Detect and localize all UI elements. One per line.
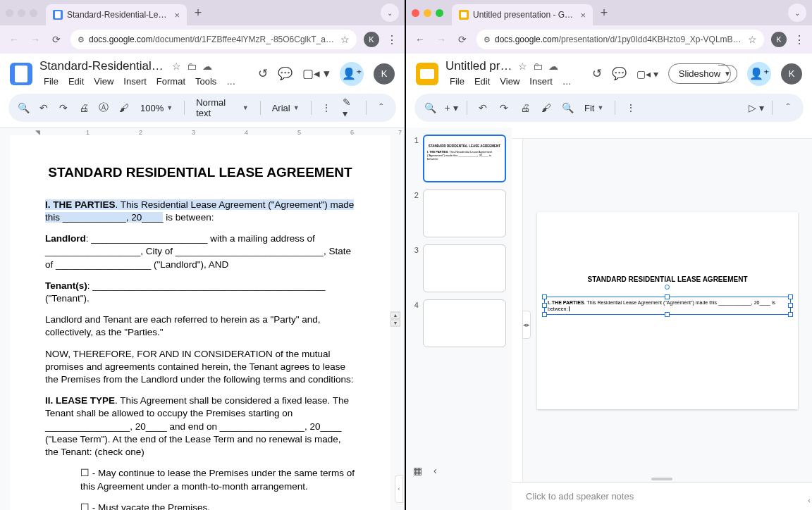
- reload-icon[interactable]: ⟳: [455, 34, 469, 45]
- rotate-handle[interactable]: [665, 285, 670, 290]
- side-panel-toggle[interactable]: ‹: [395, 475, 403, 503]
- menu-file[interactable]: File: [445, 75, 469, 88]
- traffic-close[interactable]: [6, 9, 13, 17]
- profile-avatar[interactable]: K: [364, 32, 379, 47]
- vertical-ruler[interactable]: [512, 139, 523, 482]
- browser-menu-icon[interactable]: ⋮: [794, 33, 805, 46]
- star-icon[interactable]: ☆: [172, 61, 181, 72]
- browser-menu-icon[interactable]: ⋮: [386, 33, 398, 46]
- meet-icon[interactable]: ▢◂ ▾: [636, 68, 658, 80]
- speaker-notes[interactable]: Click to add speaker notes: [512, 482, 812, 510]
- slide-canvas[interactable]: ◂▸ STANDARD RESIDENTIAL LEASE AGREEMENT …: [523, 139, 812, 482]
- slide-thumb-4[interactable]: [423, 299, 506, 347]
- browser-tab[interactable]: Standard-Residential-Lease- ×: [46, 4, 187, 25]
- redo-icon[interactable]: ↷: [496, 99, 512, 116]
- explore-collapse[interactable]: ◂▸: [522, 311, 531, 339]
- redo-icon[interactable]: ↷: [56, 99, 72, 116]
- presentation-title[interactable]: Untitled pres...: [445, 59, 512, 73]
- tabs-dropdown[interactable]: ⌄: [788, 4, 806, 22]
- resize-handle[interactable]: [665, 312, 670, 317]
- bookmark-icon[interactable]: ☆: [340, 34, 350, 45]
- menu-view[interactable]: View: [496, 75, 524, 88]
- share-button[interactable]: 👤⁺: [340, 62, 364, 86]
- paint-format-icon[interactable]: 🖌: [538, 99, 555, 116]
- resize-handle[interactable]: [788, 294, 793, 299]
- account-avatar[interactable]: K: [781, 63, 802, 85]
- menu-format[interactable]: Format: [152, 75, 190, 88]
- site-settings-icon[interactable]: ⚙: [484, 35, 491, 44]
- collapse-toolbar-icon[interactable]: ˆ: [373, 99, 389, 116]
- menu-more[interactable]: …: [558, 75, 576, 88]
- move-icon[interactable]: 🗀: [187, 61, 197, 72]
- zoom-fit-selector[interactable]: Fit▼: [580, 103, 608, 113]
- side-panel-toggle[interactable]: ‹: [808, 496, 811, 504]
- selected-text-box[interactable]: I. THE PARTIES. This Residential Lease A…: [544, 297, 791, 315]
- menu-tools[interactable]: Tools: [191, 75, 221, 88]
- slide-thumb-3[interactable]: [423, 244, 506, 292]
- print-icon[interactable]: 🖨: [517, 99, 534, 116]
- edit-mode-icon[interactable]: ✎ ▾: [343, 99, 359, 116]
- horizontal-ruler[interactable]: [512, 128, 812, 139]
- traffic-max[interactable]: [436, 9, 443, 17]
- horizontal-ruler[interactable]: ◥ 1 2 3 4 5 6 7: [0, 128, 405, 128]
- zoom-selector[interactable]: 100%▼: [136, 103, 177, 113]
- new-tab-button[interactable]: +: [190, 4, 207, 21]
- slide-title-text[interactable]: STANDARD RESIDENTIAL LEASE AGREEMENT: [551, 275, 784, 283]
- address-bar[interactable]: ⚙ docs.google.com/document/d/1FZBffee4lY…: [70, 30, 357, 49]
- address-bar[interactable]: ⚙ docs.google.com/presentation/d/1py0Idd…: [476, 30, 764, 49]
- forward-icon[interactable]: →: [434, 34, 448, 45]
- resize-handle[interactable]: [788, 303, 793, 308]
- share-button[interactable]: 👤⁺: [747, 62, 771, 86]
- menu-edit[interactable]: Edit: [470, 75, 494, 88]
- tab-up-icon[interactable]: ▲: [390, 311, 400, 318]
- back-icon[interactable]: ←: [413, 34, 427, 45]
- style-selector[interactable]: Normal text▼: [192, 97, 252, 118]
- traffic-min[interactable]: [424, 9, 431, 17]
- menu-insert[interactable]: Insert: [525, 75, 557, 88]
- search-icon[interactable]: 🔍: [16, 99, 32, 116]
- slide-thumb-2[interactable]: [423, 189, 506, 237]
- grid-view-icon[interactable]: ▦: [413, 465, 422, 476]
- spellcheck-icon[interactable]: Ⓐ: [96, 99, 112, 116]
- bookmark-icon[interactable]: ☆: [748, 34, 757, 45]
- star-icon[interactable]: ☆: [518, 61, 527, 72]
- print-icon[interactable]: 🖨: [76, 99, 92, 116]
- traffic-max[interactable]: [30, 9, 37, 17]
- notes-resize-handle[interactable]: [651, 478, 672, 480]
- reload-icon[interactable]: ⟳: [49, 34, 63, 45]
- forward-icon[interactable]: →: [28, 34, 42, 45]
- resize-handle[interactable]: [788, 312, 793, 317]
- more-tools-icon[interactable]: ⋮: [622, 99, 639, 116]
- history-icon[interactable]: ↺: [592, 66, 602, 81]
- docs-logo-icon[interactable]: [10, 63, 32, 85]
- cloud-icon[interactable]: ☁: [548, 61, 558, 72]
- site-settings-icon[interactable]: ⚙: [78, 35, 85, 44]
- menu-view[interactable]: View: [90, 75, 118, 88]
- resize-handle[interactable]: [665, 294, 670, 299]
- undo-icon[interactable]: ↶: [36, 99, 52, 116]
- traffic-close[interactable]: [412, 9, 419, 17]
- document-page[interactable]: STANDARD RESIDENTIAL LEASE AGREEMENT I. …: [10, 135, 390, 510]
- resize-handle[interactable]: [542, 312, 547, 317]
- search-icon[interactable]: 🔍: [422, 99, 438, 116]
- resize-handle[interactable]: [542, 303, 547, 308]
- menu-more[interactable]: …: [222, 75, 240, 88]
- menu-file[interactable]: File: [39, 75, 63, 88]
- history-icon[interactable]: ↺: [258, 66, 268, 81]
- traffic-min[interactable]: [18, 9, 25, 17]
- paint-format-icon[interactable]: 🖌: [116, 99, 133, 116]
- browser-tab[interactable]: Untitled presentation - Googl ×: [452, 4, 593, 25]
- document-title[interactable]: Standard-Residential-Lease-A...: [39, 59, 166, 73]
- close-icon[interactable]: ×: [174, 10, 180, 20]
- undo-icon[interactable]: ↶: [474, 99, 491, 116]
- profile-avatar[interactable]: K: [771, 32, 787, 47]
- cloud-icon[interactable]: ☁: [202, 61, 212, 72]
- resize-handle[interactable]: [542, 294, 547, 299]
- close-icon[interactable]: ×: [580, 10, 586, 20]
- move-icon[interactable]: 🗀: [533, 61, 543, 72]
- menu-edit[interactable]: Edit: [64, 75, 88, 88]
- new-slide-icon[interactable]: + ▾: [443, 99, 460, 116]
- font-selector[interactable]: Arial▼: [268, 103, 304, 113]
- meet-icon[interactable]: ▢◂ ▾: [302, 66, 330, 81]
- tab-down-icon[interactable]: ▼: [390, 319, 400, 326]
